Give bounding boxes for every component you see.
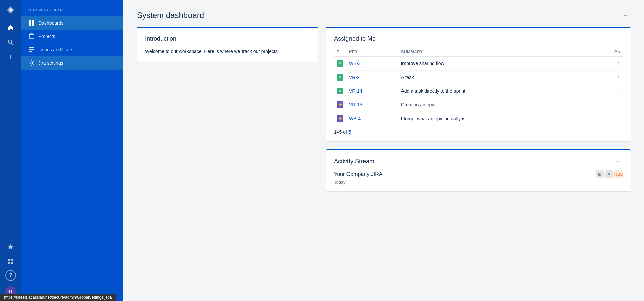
activity-rss-view[interactable]: RSS (614, 170, 623, 178)
starred-nav-icon[interactable] (5, 241, 17, 253)
projects-icon (28, 33, 35, 40)
issue-summary-cell: Add a task directly to the sprint (398, 84, 592, 98)
sidebar-section-label: OUR WORK JIRA (21, 5, 123, 15)
priority-col-label: P (614, 50, 617, 54)
issue-key-link[interactable]: VR-15 (349, 102, 362, 108)
activity-stream-more-button[interactable]: ··· (613, 157, 623, 166)
help-nav-icon[interactable]: ? (5, 270, 16, 281)
svg-point-14 (31, 62, 33, 64)
url-bar: https://uifeed.atlassian.net/secure/admi… (0, 294, 116, 301)
pagination-of: of (343, 129, 348, 135)
issue-key-link[interactable]: WB-4 (349, 116, 361, 121)
create-nav-icon[interactable]: + (5, 51, 17, 63)
jira-settings-arrow: → (112, 60, 117, 66)
activity-date: Today (334, 180, 623, 185)
assigned-to-me-more-button[interactable]: ··· (613, 35, 623, 43)
issue-summary-text: I forgot what an epic actually is (401, 116, 465, 121)
svg-rect-4 (11, 259, 13, 261)
activity-company-name: Your Company JIRA (334, 171, 382, 177)
main-area: System dashboard ··· Introduction ··· We… (123, 0, 644, 301)
issue-type-cell: ✓ (334, 84, 346, 98)
activity-stream-header: Activity Stream ··· (334, 157, 623, 166)
svg-rect-13 (29, 51, 32, 52)
priority-arrow: ↓ (617, 116, 620, 121)
issue-priority-cell: ↑ (593, 57, 623, 71)
issue-summary-text: Creating an epic (401, 102, 435, 108)
issue-priority-cell: ↑ (593, 98, 623, 112)
issue-type-icon: ✓ (337, 88, 343, 94)
activity-view-icons: ⊞ ≡ RSS (596, 170, 623, 178)
introduction-more-button[interactable]: ··· (301, 35, 310, 43)
svg-rect-10 (32, 23, 34, 26)
app-logo[interactable] (5, 4, 17, 16)
assigned-to-me-header: Assigned to Me ··· (334, 35, 623, 43)
main-content: Introduction ··· Welcome to our workspac… (123, 27, 644, 301)
issues-and-filters-label: Issues and filters (38, 47, 73, 52)
icon-bar: + ? U (0, 0, 21, 301)
svg-line-1 (11, 43, 13, 45)
dashboards-label: Dashboards (38, 20, 64, 26)
issue-key-cell: VR-15 (346, 98, 398, 112)
sidebar-item-issues-and-filters[interactable]: Issues and filters (21, 43, 123, 56)
issue-summary-text: Improve sharing flow (401, 61, 444, 66)
assigned-table: T Key Summary P ▾ (334, 48, 623, 125)
introduction-card-title: Introduction (145, 35, 176, 42)
issue-type-icon: ⚡ (337, 115, 343, 122)
issue-type-icon: ✓ (337, 74, 343, 81)
svg-rect-8 (32, 20, 34, 23)
priority-arrow: ↑ (617, 60, 620, 66)
col-priority: P ▾ (593, 48, 623, 57)
priority-arrow: ↑ (617, 88, 620, 94)
issue-priority-cell: ↓ (593, 112, 623, 126)
issue-type-cell: ⚡ (334, 98, 346, 112)
activity-company-row: Your Company JIRA ⊞ ≡ RSS (334, 170, 623, 178)
issue-summary-cell: Improve sharing flow (398, 57, 592, 71)
issue-type-icon: ✓ (337, 60, 343, 67)
sidebar-item-dashboards[interactable]: Dashboards (21, 16, 123, 30)
col-summary: Summary (398, 48, 592, 57)
svg-rect-5 (8, 262, 10, 264)
issue-key-cell: VR-14 (346, 84, 398, 98)
issue-summary-text: A task (401, 75, 414, 80)
home-nav-icon[interactable] (5, 22, 17, 34)
issue-summary-cell: A task (398, 71, 592, 84)
table-row: ✓ WB-3 Improve sharing flow ↑ (334, 57, 623, 71)
priority-chevron: ▾ (618, 50, 620, 54)
page-title: System dashboard (137, 11, 204, 20)
table-row: ✓ VR-14 Add a task directly to the sprin… (334, 84, 623, 98)
svg-rect-11 (29, 47, 34, 48)
pagination-total-link[interactable]: 5 (348, 129, 351, 135)
table-row: ⚡ VR-15 Creating an epic ↑ (334, 98, 623, 112)
activity-grid-view[interactable]: ⊞ (596, 170, 604, 178)
issue-type-cell: ✓ (334, 71, 346, 84)
activity-stream-card: Activity Stream ··· Your Company JIRA ⊞ … (326, 149, 631, 191)
table-row: ⚡ WB-4 I forgot what an epic actually is… (334, 112, 623, 126)
issue-type-cell: ⚡ (334, 112, 346, 126)
issue-type-cell: ✓ (334, 57, 346, 71)
issue-summary-text: Add a task directly to the sprint (401, 88, 465, 94)
issue-key-link[interactable]: WB-3 (349, 61, 361, 66)
svg-rect-7 (29, 20, 31, 23)
dashboards-icon (28, 19, 35, 26)
issue-summary-cell: I forgot what an epic actually is (398, 112, 592, 126)
sidebar-item-jira-settings[interactable]: Jira settings → (21, 56, 123, 70)
sidebar: OUR WORK JIRA Dashboards Projects (21, 0, 123, 301)
introduction-body: Welcome to our workspace. Here is where … (145, 48, 310, 55)
left-column: Introduction ··· Welcome to our workspac… (137, 27, 318, 294)
svg-point-0 (8, 40, 12, 43)
activity-list-view[interactable]: ≡ (605, 170, 613, 178)
issue-key-cell: WB-4 (346, 112, 398, 126)
issue-key-link[interactable]: VR-14 (349, 88, 362, 94)
sidebar-item-projects[interactable]: Projects (21, 30, 123, 43)
issue-key-link[interactable]: VR-2 (349, 75, 360, 80)
page-more-button[interactable]: ··· (619, 9, 631, 22)
assigned-to-me-title: Assigned to Me (334, 35, 376, 42)
svg-marker-2 (8, 244, 13, 249)
svg-rect-12 (29, 49, 34, 50)
issue-key-cell: WB-3 (346, 57, 398, 71)
apps-nav-icon[interactable] (5, 255, 17, 267)
main-header: System dashboard ··· (123, 0, 644, 27)
issue-key-cell: VR-2 (346, 71, 398, 84)
search-nav-icon[interactable] (5, 36, 17, 48)
right-column: Assigned to Me ··· T Key Summary P ▾ (326, 27, 631, 294)
